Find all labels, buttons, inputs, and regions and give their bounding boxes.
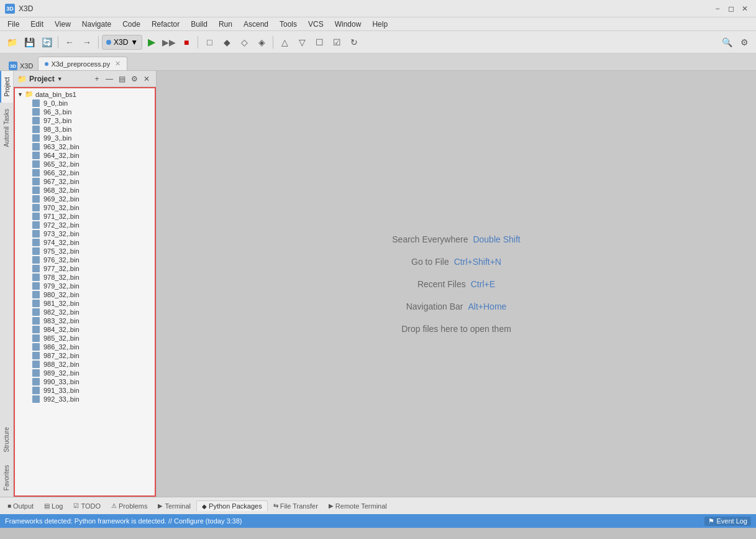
tree-file-item[interactable]: 965_32,.bin xyxy=(15,160,155,168)
tree-file-item[interactable]: 973_32,.bin xyxy=(15,229,155,238)
menu-ascend[interactable]: Ascend xyxy=(239,19,273,30)
tree-file-item[interactable]: 964_32,.bin xyxy=(15,151,155,160)
tree-file-item[interactable]: 990_33,.bin xyxy=(15,377,155,386)
tree-file-item[interactable]: 981_32,.bin xyxy=(15,299,155,308)
tree-file-item[interactable]: 983_32,.bin xyxy=(15,316,155,325)
tab-terminal[interactable]: ▶ Terminal xyxy=(153,501,196,511)
toolbar-sync-btn[interactable]: 🔄 xyxy=(39,34,55,50)
project-close-btn[interactable]: ✕ xyxy=(141,73,152,85)
file-name: 985_32,.bin xyxy=(43,334,80,342)
tree-file-item[interactable]: 98_3,.bin xyxy=(15,125,155,134)
profiler-btn[interactable]: ◇ xyxy=(236,34,252,50)
tree-file-item[interactable]: 991_33,.bin xyxy=(15,386,155,395)
root-folder[interactable]: ▼ 📁 data_bin_bs1 xyxy=(15,90,155,99)
tab-python-packages[interactable]: ◆ Python Packages xyxy=(196,500,268,511)
tree-file-item[interactable]: 977_32,.bin xyxy=(15,264,155,273)
project-dropdown-icon[interactable]: ▼ xyxy=(57,76,63,82)
menu-edit[interactable]: Edit xyxy=(25,19,48,30)
vcs3-btn[interactable]: ☐ xyxy=(311,34,327,50)
profile-btn[interactable]: ◆ xyxy=(219,34,235,50)
close-button[interactable]: ✕ xyxy=(739,2,751,15)
debug-button[interactable]: ▶▶ xyxy=(161,34,177,50)
tab-log[interactable]: ▤ Log xyxy=(39,501,68,511)
bin-file-icon xyxy=(32,160,40,168)
event-log-button[interactable]: ⚑ Event Log xyxy=(704,517,751,526)
menu-tools[interactable]: Tools xyxy=(275,19,302,30)
tab-file-transfer[interactable]: ⇆ File Transfer xyxy=(268,501,323,511)
tab-problems[interactable]: ⚠ Problems xyxy=(106,501,152,511)
tree-file-item[interactable]: 978_32,.bin xyxy=(15,273,155,282)
tree-file-item[interactable]: 979_32,.bin xyxy=(15,282,155,290)
tree-file-item[interactable]: 96_3,.bin xyxy=(15,108,155,116)
left-tab-automil[interactable]: Automil Tasks xyxy=(1,103,12,154)
bin-file-icon xyxy=(32,213,40,220)
project-settings-btn[interactable]: ⚙ xyxy=(129,73,140,85)
minimize-button[interactable]: − xyxy=(711,2,724,15)
menu-refactor[interactable]: Refactor xyxy=(147,19,184,30)
project-sort-btn[interactable]: ▤ xyxy=(116,73,127,85)
menu-run[interactable]: Run xyxy=(214,19,237,30)
left-tab-favorites[interactable]: Favorites xyxy=(1,459,12,497)
tree-file-item[interactable]: 9_0,.bin xyxy=(15,99,155,108)
tree-file-item[interactable]: 963_32,.bin xyxy=(15,142,155,151)
tree-file-item[interactable]: 987_32,.bin xyxy=(15,351,155,360)
toolbar-open-btn[interactable]: 📁 xyxy=(4,34,20,50)
tree-file-item[interactable]: 971_32,.bin xyxy=(15,212,155,221)
menu-window[interactable]: Window xyxy=(330,19,367,30)
concurrency-btn[interactable]: ◈ xyxy=(253,34,270,50)
left-tab-project[interactable]: Project xyxy=(0,71,13,103)
tab-output[interactable]: ■ Output xyxy=(2,501,39,511)
tree-file-item[interactable]: 986_32,.bin xyxy=(15,343,155,351)
tree-file-item[interactable]: 97_3,.bin xyxy=(15,116,155,125)
tree-file-item[interactable]: 988_32,.bin xyxy=(15,360,155,369)
file-tab-preprocess[interactable]: X3d_preprocess.py ✕ xyxy=(38,57,127,70)
menu-code[interactable]: Code xyxy=(117,19,145,30)
tab-remote-terminal[interactable]: ▶ Remote Terminal xyxy=(324,501,392,511)
vcs5-btn[interactable]: ↻ xyxy=(346,34,362,50)
tree-file-item[interactable]: 976_32,.bin xyxy=(15,256,155,264)
tree-file-item[interactable]: 992_33,.bin xyxy=(15,395,155,403)
run-config-selector[interactable]: X3D ▼ xyxy=(102,35,142,50)
stop-button[interactable]: ■ xyxy=(178,34,194,50)
settings-btn[interactable]: ⚙ xyxy=(736,34,752,50)
hint-nav-label: Navigation Bar xyxy=(406,302,463,311)
tree-file-item[interactable]: 99_3,.bin xyxy=(15,134,155,142)
toolbar-back-btn[interactable]: ← xyxy=(61,34,78,50)
tree-file-item[interactable]: 975_32,.bin xyxy=(15,247,155,256)
tab-todo[interactable]: ☑ TODO xyxy=(68,501,106,511)
coverage-btn[interactable]: □ xyxy=(201,34,217,50)
tree-file-item[interactable]: 985_32,.bin xyxy=(15,334,155,343)
menu-navigate[interactable]: Navigate xyxy=(77,19,116,30)
tree-file-item[interactable]: 974_32,.bin xyxy=(15,238,155,247)
tree-file-item[interactable]: 966_32,.bin xyxy=(15,168,155,177)
menu-view[interactable]: View xyxy=(50,19,76,30)
hint-recent-key: Ctrl+E xyxy=(471,279,495,289)
file-tab-close[interactable]: ✕ xyxy=(115,60,121,68)
menu-file[interactable]: File xyxy=(2,19,24,30)
maximize-button[interactable]: ◻ xyxy=(725,2,737,15)
menu-help[interactable]: Help xyxy=(367,19,393,30)
search-btn[interactable]: 🔍 xyxy=(719,34,735,50)
file-transfer-icon: ⇆ xyxy=(273,502,278,509)
toolbar-forward-btn[interactable]: → xyxy=(79,34,95,50)
tree-file-item[interactable]: 984_32,.bin xyxy=(15,325,155,334)
toolbar-save-btn[interactable]: 💾 xyxy=(21,34,37,50)
tree-file-item[interactable]: 970_32,.bin xyxy=(15,203,155,212)
project-collapse-btn[interactable]: ― xyxy=(104,73,115,85)
bin-file-icon xyxy=(32,152,40,159)
tree-file-item[interactable]: 972_32,.bin xyxy=(15,221,155,229)
left-tab-structure[interactable]: Structure xyxy=(1,421,12,459)
menu-build[interactable]: Build xyxy=(186,19,212,30)
project-add-btn[interactable]: + xyxy=(91,73,102,85)
vcs2-btn[interactable]: ▽ xyxy=(294,34,310,50)
run-button[interactable]: ▶ xyxy=(143,34,160,50)
tree-file-item[interactable]: 968_32,.bin xyxy=(15,186,155,195)
tree-file-item[interactable]: 982_32,.bin xyxy=(15,308,155,316)
vcs4-btn[interactable]: ☑ xyxy=(329,34,345,50)
tree-file-item[interactable]: 969_32,.bin xyxy=(15,195,155,203)
tree-file-item[interactable]: 967_32,.bin xyxy=(15,177,155,186)
tree-file-item[interactable]: 989_32,.bin xyxy=(15,369,155,377)
vcs-btn[interactable]: △ xyxy=(276,34,293,50)
menu-vcs[interactable]: VCS xyxy=(303,19,329,30)
tree-file-item[interactable]: 980_32,.bin xyxy=(15,290,155,299)
